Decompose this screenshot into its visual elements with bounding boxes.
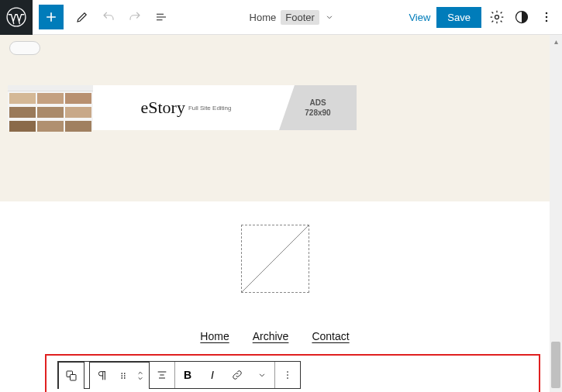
drag-handle[interactable] bbox=[115, 363, 132, 389]
more-formatting-button[interactable] bbox=[250, 362, 274, 388]
nav-link-contact[interactable]: Contact bbox=[312, 330, 349, 342]
redo-button[interactable] bbox=[122, 5, 147, 29]
ad-size-badge: ADS 728x90 bbox=[279, 85, 357, 130]
chevron-down-icon[interactable] bbox=[324, 12, 335, 22]
protected-badge bbox=[9, 41, 40, 55]
breadcrumb: Home Footer bbox=[175, 10, 409, 25]
svg-point-8 bbox=[121, 373, 122, 374]
bold-button[interactable]: B bbox=[175, 362, 200, 388]
svg-point-15 bbox=[287, 374, 288, 376]
svg-rect-7 bbox=[71, 375, 77, 381]
nav-link-archive[interactable]: Archive bbox=[253, 330, 289, 342]
breadcrumb-home[interactable]: Home bbox=[250, 12, 277, 23]
styles-button[interactable] bbox=[512, 8, 531, 26]
ad-brand: eStory bbox=[140, 98, 184, 118]
svg-point-5 bbox=[546, 20, 548, 22]
save-button[interactable]: Save bbox=[436, 7, 481, 28]
scrollbar[interactable]: ▴ bbox=[550, 35, 562, 392]
undo-button[interactable] bbox=[96, 5, 121, 29]
svg-point-0 bbox=[7, 8, 26, 26]
editor-canvas: eStory Full Site Editing ADS 728x90 Home… bbox=[0, 35, 562, 392]
more-options-button[interactable] bbox=[537, 8, 556, 26]
wordpress-logo[interactable] bbox=[0, 0, 33, 35]
settings-button[interactable] bbox=[488, 8, 506, 26]
edit-tool-button[interactable] bbox=[70, 5, 95, 29]
svg-point-3 bbox=[546, 12, 548, 15]
block-type-button[interactable] bbox=[59, 363, 84, 389]
link-button[interactable] bbox=[225, 362, 250, 388]
svg-point-11 bbox=[124, 375, 126, 377]
editor-top-bar: Home Footer View Save bbox=[0, 0, 562, 35]
svg-point-1 bbox=[495, 15, 499, 19]
svg-point-4 bbox=[546, 16, 548, 19]
svg-point-13 bbox=[124, 377, 126, 379]
svg-point-9 bbox=[124, 373, 126, 374]
scrollbar-thumb[interactable] bbox=[551, 342, 560, 388]
footer-template-area: Home Archive Contact bbox=[0, 201, 550, 392]
svg-point-16 bbox=[287, 377, 288, 379]
ad-thumbnails bbox=[8, 85, 93, 130]
ad-size-dims: 728x90 bbox=[305, 108, 330, 117]
block-more-options[interactable] bbox=[275, 362, 300, 388]
ad-banner-block[interactable]: eStory Full Site Editing ADS 728x90 bbox=[8, 85, 357, 130]
add-block-button[interactable] bbox=[39, 5, 64, 29]
footer-navigation: Home Archive Contact bbox=[0, 330, 550, 342]
paragraph-button[interactable] bbox=[90, 363, 115, 389]
svg-point-14 bbox=[287, 371, 288, 373]
move-arrows[interactable] bbox=[132, 363, 149, 389]
block-toolbar: B I bbox=[57, 361, 301, 389]
breadcrumb-current[interactable]: Footer bbox=[281, 10, 319, 25]
italic-button[interactable]: I bbox=[200, 362, 225, 388]
scroll-up-arrow[interactable]: ▴ bbox=[550, 35, 562, 47]
ad-size-label: ADS bbox=[309, 98, 326, 107]
ad-tagline: Full Site Editing bbox=[188, 105, 232, 112]
svg-point-12 bbox=[121, 377, 122, 379]
list-view-button[interactable] bbox=[149, 5, 174, 29]
image-placeholder[interactable] bbox=[241, 225, 309, 293]
view-link[interactable]: View bbox=[409, 12, 430, 23]
ad-text: eStory Full Site Editing bbox=[93, 85, 279, 130]
nav-link-home[interactable]: Home bbox=[200, 330, 229, 342]
align-button[interactable] bbox=[150, 362, 174, 388]
svg-point-10 bbox=[121, 375, 122, 377]
top-bar-actions: View Save bbox=[409, 7, 556, 28]
